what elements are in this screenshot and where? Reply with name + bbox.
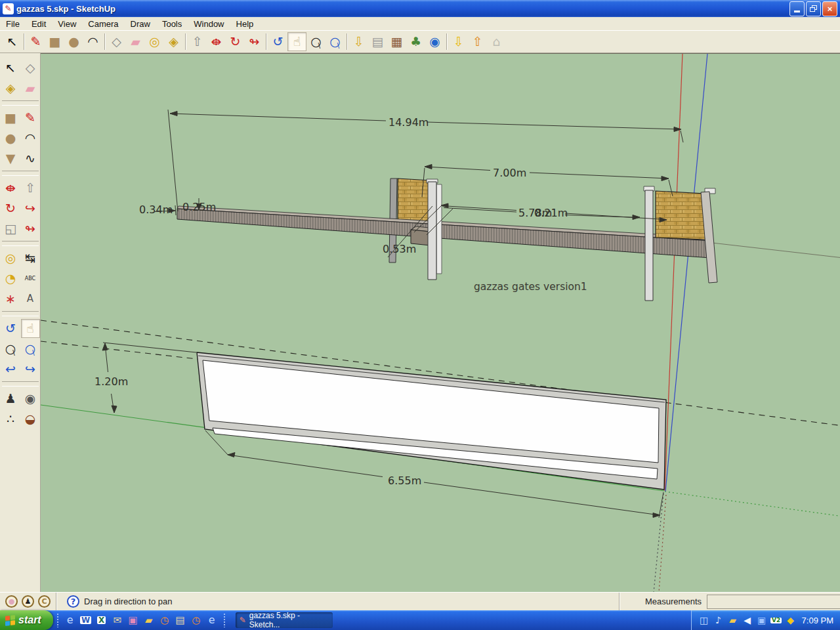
arc-tool-button[interactable]: ◠ <box>83 32 102 51</box>
paint-bucket-tool-button[interactable]: ◈ <box>1 79 20 98</box>
quick-launch-word-button[interactable]: W <box>78 612 94 629</box>
quick-launch-clock-2-button[interactable]: ◷ <box>188 612 204 629</box>
dim-0-25-label[interactable]: 0.25m <box>182 201 216 213</box>
get-current-view-button[interactable]: ⇩ <box>349 32 368 51</box>
google-earth-button[interactable]: ◉ <box>425 32 444 51</box>
model-note-text[interactable]: gazzas gates version1 <box>474 281 587 293</box>
menu-tools[interactable]: Tools <box>156 18 188 30</box>
move-tool-button[interactable]: ↔↕ <box>1 178 20 198</box>
menu-window[interactable]: Window <box>188 18 230 30</box>
taskband-grip[interactable] <box>223 613 226 627</box>
text-tool-button[interactable]: ABC <box>21 269 40 288</box>
quick-launch-clock-1-button[interactable]: ◷ <box>157 612 173 629</box>
line-tool-button[interactable]: ✎ <box>21 108 40 127</box>
freehand-tool-button[interactable]: ∿ <box>21 149 40 168</box>
menu-file[interactable]: File <box>0 18 26 30</box>
push-pull-tool-button[interactable]: ⇧ <box>21 178 40 198</box>
author-icon[interactable]: ♟ <box>22 595 34 608</box>
polygon-tool-button[interactable]: ▼ <box>1 149 20 168</box>
dimension-tool-button[interactable]: ↹ <box>21 249 40 268</box>
tray-folder-button[interactable]: ▰ <box>726 612 740 628</box>
menu-edit[interactable]: Edit <box>26 18 52 30</box>
rectangle-tool-button[interactable]: ■ <box>45 32 64 51</box>
zoom-tool-button[interactable]: ○\ <box>1 339 20 358</box>
geolocation-icon[interactable]: ● <box>5 595 18 608</box>
dim-0-53-label[interactable]: 0.53m <box>383 243 416 255</box>
close-button[interactable]: × <box>822 1 837 16</box>
tray-v2-button[interactable]: V2 <box>769 612 784 628</box>
make-component-button[interactable]: ◇ <box>107 32 126 51</box>
task-button-sketchup[interactable]: ✎ gazzas 5.skp - Sketch... <box>236 612 333 628</box>
quick-launch-notebook-button[interactable]: ▤ <box>173 612 188 629</box>
quick-launch-grip[interactable] <box>56 613 59 627</box>
push-pull-tool-button[interactable]: ⇧ <box>188 32 207 51</box>
middle-white-post[interactable] <box>428 182 436 280</box>
dim-panel-length-label[interactable]: 6.55m <box>388 474 421 487</box>
look-around-button[interactable]: ◉ <box>21 389 40 408</box>
circle-tool-button[interactable]: ● <box>64 32 83 51</box>
tray-audio-button[interactable]: ♪ <box>711 612 726 628</box>
arc-tool-button[interactable]: ◠ <box>21 129 40 148</box>
share-model-button[interactable]: ⇧ <box>468 32 487 51</box>
toggle-terrain-button[interactable]: ▤ <box>368 32 387 51</box>
zoom-extents-tool-button[interactable]: ○\ <box>21 339 40 358</box>
quick-launch-excel-button[interactable]: X <box>94 612 110 629</box>
pan-tool-button[interactable]: ☝ <box>287 32 306 51</box>
tray-display-button[interactable]: ▣ <box>755 612 769 628</box>
help-icon[interactable]: ? <box>67 595 79 608</box>
middle-brick-pier[interactable] <box>398 178 430 224</box>
tape-measure-tool-button[interactable]: ◎ <box>145 32 164 51</box>
pan-tool-button[interactable]: ☝ <box>21 319 40 338</box>
axes-tool-button[interactable]: ∗ <box>1 289 20 308</box>
move-tool-button[interactable]: ↔↕ <box>207 32 226 51</box>
get-models-button[interactable]: ⇩ <box>449 32 468 51</box>
middle-white-post-rear[interactable] <box>436 184 442 274</box>
orbit-tool-button[interactable]: ↺ <box>1 319 20 338</box>
offset-tool-button[interactable]: ↬ <box>245 32 264 51</box>
select-tool-button[interactable]: ↖ <box>1 58 20 77</box>
dim-0-34-label[interactable]: 0.34m <box>139 203 173 216</box>
restore-button[interactable] <box>806 1 821 16</box>
menu-help[interactable]: Help <box>230 18 260 30</box>
start-button[interactable]: start <box>0 610 53 630</box>
canvas-background[interactable] <box>41 54 840 593</box>
dim-overall-label[interactable]: 14.94m <box>388 116 429 129</box>
dim-opening-label[interactable]: 7.00m <box>493 167 526 179</box>
menu-view[interactable]: View <box>52 18 82 30</box>
dim-0-21-label[interactable]: 0.21m <box>534 207 568 219</box>
minimize-button[interactable] <box>789 1 805 16</box>
rotate-tool-button[interactable]: ↻ <box>226 32 245 51</box>
taskbar-clock[interactable]: 7:09 PM <box>802 616 833 625</box>
scale-tool-button[interactable]: ◱ <box>1 219 20 238</box>
tape-measure-tool-button[interactable]: ◎ <box>1 249 20 268</box>
menu-camera[interactable]: Camera <box>82 18 124 30</box>
follow-me-tool-button[interactable]: ↪ <box>21 199 40 218</box>
quick-launch-ie-2-button[interactable]: e <box>204 612 220 629</box>
select-tool-button[interactable]: ↖ <box>3 32 22 51</box>
circle-tool-button[interactable]: ● <box>1 129 20 148</box>
dim-wall-height-label[interactable]: 1.20m <box>94 375 128 388</box>
position-camera-button[interactable]: ♟ <box>1 389 20 408</box>
section-plane-button[interactable]: ◒ <box>21 410 40 429</box>
tray-update-shield-button[interactable]: ◆ <box>784 612 798 628</box>
zoom-tool-button[interactable]: ○\ <box>306 32 326 51</box>
tray-network-button[interactable]: ◫ <box>697 612 711 628</box>
3d-text-tool-button[interactable]: A <box>21 289 40 308</box>
zoom-previous-button[interactable]: ↩ <box>1 360 20 379</box>
eraser-tool-button[interactable]: ▰ <box>21 79 40 98</box>
zoom-extents-tool-button[interactable]: ○\ <box>326 32 345 51</box>
menu-draw[interactable]: Draw <box>125 18 156 30</box>
paint-bucket-tool-button[interactable]: ◈ <box>164 32 183 51</box>
line-tool-button[interactable]: ✎ <box>26 32 45 51</box>
protractor-tool-button[interactable]: ◔ <box>1 269 20 288</box>
eraser-tool-button[interactable]: ▰ <box>126 32 145 51</box>
orbit-tool-button[interactable]: ↺ <box>268 32 287 51</box>
add-new-building-button[interactable]: ♣ <box>406 32 425 51</box>
photo-textures-button[interactable]: ▦ <box>387 32 406 51</box>
quick-launch-mail-button[interactable]: ✉ <box>110 612 125 629</box>
rotate-tool-button[interactable]: ↻ <box>1 199 20 218</box>
measurements-box[interactable] <box>707 595 840 609</box>
right-white-post[interactable] <box>645 190 653 301</box>
quick-launch-ie-button[interactable]: e <box>62 612 78 629</box>
drawing-canvas[interactable]: 14.94m 7.00m 5.78m 0.21m 0.34m 0.25m 0.5… <box>41 53 840 592</box>
